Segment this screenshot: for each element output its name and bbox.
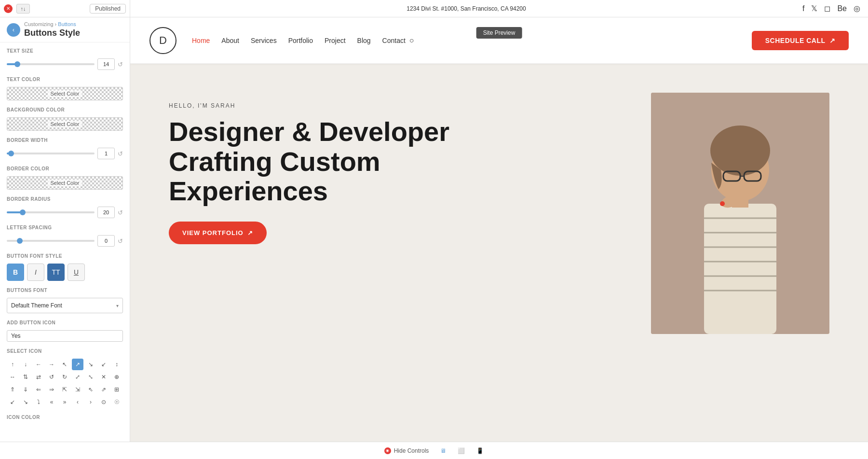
nav-link-services[interactable]: Services: [251, 37, 277, 44]
italic-button[interactable]: I: [27, 264, 44, 281]
icon-option-19[interactable]: ⇓: [20, 384, 31, 395]
hide-controls-button[interactable]: ◉ Hide Controls: [384, 447, 429, 454]
icon-option-25[interactable]: ⇗: [98, 384, 109, 395]
back-button[interactable]: ‹: [7, 23, 20, 37]
twitter-icon[interactable]: 𝕏: [811, 4, 817, 13]
border-color-picker[interactable]: Select Color: [7, 176, 123, 190]
icon-option-14[interactable]: ⤢: [72, 371, 83, 383]
icon-option-9[interactable]: ↔: [7, 371, 18, 383]
icon-option-24[interactable]: ⇖: [85, 384, 96, 395]
icon-option-11[interactable]: ⇄: [33, 371, 44, 383]
panel-content: TEXT SIZE 14 ↺ TEXT COLOR Select Color: [0, 42, 130, 442]
desktop-view-button[interactable]: 🖥: [440, 447, 446, 454]
icon-option-22[interactable]: ⇱: [59, 384, 70, 395]
text-size-field: TEXT SIZE 14 ↺: [7, 48, 123, 70]
underline-button[interactable]: U: [68, 264, 85, 281]
border-radius-label: BORDER RADIUS: [7, 196, 123, 202]
icon-option-26[interactable]: ⊞: [111, 384, 122, 395]
font-style-buttons: B I TT U: [7, 264, 123, 281]
icon-option-35[interactable]: ☉: [111, 396, 122, 408]
icon-option-31[interactable]: »: [59, 396, 70, 408]
hero-greeting: HELLO, I'M SARAH: [169, 102, 632, 109]
panel-header: ‹ Customizing › Buttons Buttons Style: [0, 17, 130, 42]
icon-option-34[interactable]: ⊙: [98, 396, 109, 408]
border-width-value[interactable]: 1: [97, 148, 115, 159]
select-icon-label: SELECT ICON: [7, 348, 123, 354]
instagram-icon[interactable]: ◻: [824, 4, 830, 13]
phone-view-button[interactable]: 📱: [476, 447, 484, 454]
icon-option-28[interactable]: ↘: [20, 396, 31, 408]
search-icon[interactable]: ○: [409, 36, 414, 45]
text-size-slider-row: 14 ↺: [7, 58, 123, 70]
undo-button[interactable]: ↑↓: [16, 4, 30, 14]
icon-option-21[interactable]: ⇒: [46, 384, 57, 395]
text-size-track[interactable]: [7, 63, 95, 65]
icon-option-29[interactable]: ⤵: [33, 396, 44, 408]
text-size-reset[interactable]: ↺: [118, 61, 123, 68]
buttons-font-select[interactable]: Default Theme Font ▾: [7, 298, 123, 313]
icon-option-33[interactable]: ›: [85, 396, 96, 408]
published-badge[interactable]: Published: [90, 4, 126, 14]
icon-option-10[interactable]: ⇅: [20, 371, 31, 383]
icon-option-7[interactable]: ↙: [98, 359, 109, 370]
dribbble-icon[interactable]: ◎: [854, 4, 860, 13]
close-button[interactable]: ✕: [4, 4, 13, 13]
icon-option-12[interactable]: ↺: [46, 371, 57, 383]
icon-option-17[interactable]: ⊕: [111, 371, 122, 383]
border-radius-value[interactable]: 20: [97, 207, 115, 218]
icon-option-0[interactable]: ↑: [7, 359, 18, 370]
icon-option-30[interactable]: «: [46, 396, 57, 408]
nav-link-project[interactable]: Project: [325, 37, 346, 44]
button-icon-value[interactable]: Yes: [7, 330, 123, 342]
nav-link-blog[interactable]: Blog: [357, 37, 371, 44]
icon-option-6[interactable]: ↘: [85, 359, 96, 370]
letter-spacing-track[interactable]: [7, 240, 95, 242]
icon-option-23[interactable]: ⇲: [72, 384, 83, 395]
letter-spacing-reset[interactable]: ↺: [118, 237, 123, 245]
border-radius-field: BORDER RADIUS 20 ↺: [7, 196, 123, 218]
icon-option-8[interactable]: ↕: [111, 359, 122, 370]
icon-option-5[interactable]: ↗: [72, 359, 83, 370]
nav-link-contact[interactable]: Contact: [382, 37, 406, 44]
select-icon-field: SELECT ICON ↑↓←→↖↗↘↙↕↔⇅⇄↺↻⤢⤡✕⊕⇑⇓⇐⇒⇱⇲⇖⇗⊞↙…: [7, 348, 123, 408]
text-color-picker[interactable]: Select Color: [7, 87, 123, 100]
icon-option-16[interactable]: ✕: [98, 371, 109, 383]
desktop-icon: 🖥: [440, 447, 446, 454]
letter-spacing-value[interactable]: 0: [97, 235, 115, 247]
nav-link-about[interactable]: About: [221, 37, 239, 44]
icon-color-label: ICON COLOR: [7, 415, 123, 420]
icon-option-2[interactable]: ←: [33, 359, 44, 370]
breadcrumb: Customizing › Buttons: [24, 21, 80, 27]
border-width-reset[interactable]: ↺: [118, 150, 123, 157]
nav-arrows: ↑↓: [16, 4, 30, 14]
icon-option-32[interactable]: ‹: [72, 396, 83, 408]
icon-option-15[interactable]: ⤡: [85, 371, 96, 383]
phone-icon: 📱: [476, 447, 484, 454]
nav-link-portfolio[interactable]: Portfolio: [288, 37, 313, 44]
panel-header-text: Customizing › Buttons Buttons Style: [24, 21, 80, 38]
icon-option-3[interactable]: →: [46, 359, 57, 370]
behance-icon[interactable]: Be: [837, 4, 847, 13]
icon-option-20[interactable]: ⇐: [33, 384, 44, 395]
facebook-icon[interactable]: f: [802, 4, 804, 13]
uppercase-button[interactable]: TT: [47, 264, 65, 281]
nav-link-home[interactable]: Home: [192, 37, 210, 44]
icon-option-4[interactable]: ↖: [59, 359, 70, 370]
text-size-value[interactable]: 14: [97, 58, 115, 70]
border-radius-reset[interactable]: ↺: [118, 209, 123, 216]
icon-option-1[interactable]: ↓: [20, 359, 31, 370]
icon-option-18[interactable]: ⇑: [7, 384, 18, 395]
icon-option-27[interactable]: ↙: [7, 396, 18, 408]
svg-point-14: [720, 201, 725, 206]
buttons-font-field: BUTTONS FONT Default Theme Font ▾: [7, 288, 123, 313]
border-width-track[interactable]: [7, 153, 95, 154]
tablet-view-button[interactable]: ⬜: [458, 447, 465, 454]
icon-option-13[interactable]: ↻: [59, 371, 70, 383]
border-radius-track[interactable]: [7, 211, 95, 213]
background-color-picker[interactable]: Select Color: [7, 117, 123, 131]
arrow-icon: ↗: [247, 229, 253, 236]
view-portfolio-button[interactable]: VIEW PORTFOLIO ↗: [169, 222, 267, 244]
schedule-call-button[interactable]: SCHEDULE CALL ↗: [752, 31, 849, 50]
tablet-icon: ⬜: [458, 447, 465, 454]
bold-button[interactable]: B: [7, 264, 24, 281]
